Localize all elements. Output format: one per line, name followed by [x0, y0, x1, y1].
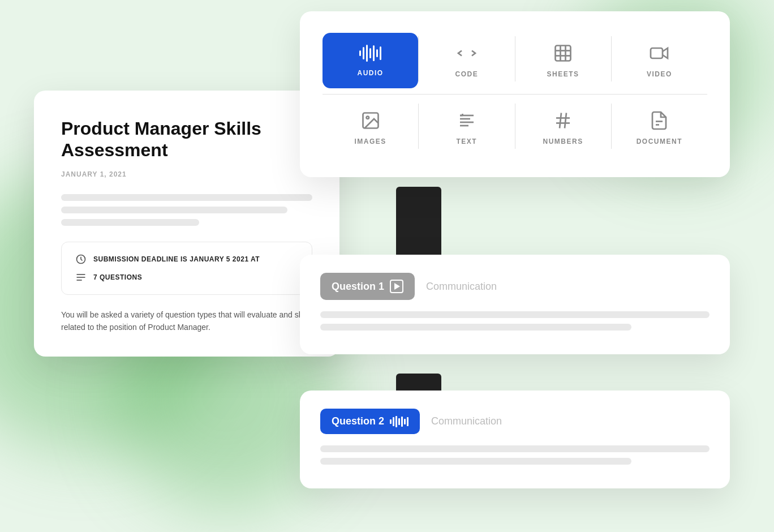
q2-skeleton-1: [320, 445, 710, 452]
skeleton-2: [61, 207, 287, 213]
svg-point-11: [366, 117, 369, 119]
code-label: CODE: [455, 70, 479, 78]
question-2-header: Question 2 Communication: [320, 409, 710, 434]
images-label: IMAGES: [354, 138, 386, 145]
question-2-category: Communication: [431, 415, 502, 427]
deadline-text: SUBMISSION DEADLINE IS JANUARY 5 2021 AT: [93, 255, 260, 263]
text-label: TEXT: [457, 138, 478, 145]
audio-bars-icon: [390, 416, 408, 427]
sheets-icon: [553, 43, 573, 63]
q1-skeleton-1: [320, 311, 710, 318]
play-triangle: [394, 283, 400, 290]
video-label: VIDEO: [647, 70, 672, 78]
media-sheets[interactable]: SHEETS: [515, 32, 611, 89]
clock-icon: [75, 254, 87, 265]
media-row-1: AUDIO CODE SHEETS: [322, 32, 707, 89]
media-audio[interactable]: AUDIO: [322, 33, 418, 88]
list-icon: [75, 272, 87, 283]
svg-rect-9: [651, 48, 663, 58]
question-2-label: Question 2: [332, 415, 384, 427]
question-1-label: Question 1: [332, 281, 384, 293]
document-icon: [649, 110, 669, 131]
deadline-row: SUBMISSION DEADLINE IS JANUARY 5 2021 AT: [75, 254, 298, 265]
audio-label: AUDIO: [358, 69, 384, 77]
info-box: SUBMISSION DEADLINE IS JANUARY 5 2021 AT…: [61, 242, 312, 295]
question-2-card: Question 2 Communication: [300, 391, 730, 488]
svg-rect-4: [556, 46, 571, 61]
questions-row: 7 QUESTIONS: [75, 272, 298, 283]
text-icon: [457, 110, 477, 131]
row-divider: [322, 94, 707, 95]
media-video[interactable]: VIDEO: [612, 32, 707, 89]
question-1-category: Communication: [426, 281, 497, 293]
video-play-icon: [390, 280, 403, 293]
assessment-date: JANUARY 1, 2021: [61, 170, 312, 178]
code-icon: [457, 43, 477, 63]
media-images[interactable]: IMAGES: [322, 99, 418, 157]
media-row-2: IMAGES TEXT NUMBERS: [322, 99, 707, 157]
question-1-header: Question 1 Communication: [320, 273, 710, 300]
q1-skeleton-2: [320, 324, 631, 331]
numbers-icon: [553, 110, 573, 131]
document-label: DOCUMENT: [637, 138, 682, 145]
question-2-badge: Question 2: [320, 409, 420, 434]
q2-skeleton-2: [320, 458, 631, 465]
image-icon: [360, 110, 381, 131]
media-text[interactable]: TEXT: [419, 99, 514, 157]
skeleton-3: [61, 219, 199, 226]
video-icon: [649, 43, 669, 63]
svg-line-21: [565, 113, 566, 128]
audio-waveform-icon: [359, 44, 381, 62]
media-code[interactable]: CODE: [419, 32, 514, 89]
questions-text: 7 QUESTIONS: [93, 273, 142, 281]
svg-line-20: [560, 113, 561, 128]
media-document[interactable]: DOCUMENT: [612, 99, 707, 157]
skeleton-1: [61, 194, 312, 201]
media-numbers[interactable]: NUMBERS: [515, 99, 611, 157]
assessment-card: Product Manager Skills Assessment JANUAR…: [34, 91, 339, 357]
media-picker-card: AUDIO CODE SHEETS: [300, 11, 730, 177]
numbers-label: NUMBERS: [543, 138, 583, 145]
assessment-title: Product Manager Skills Assessment: [61, 118, 312, 161]
sheets-label: SHEETS: [547, 70, 579, 78]
question-1-card: Question 1 Communication: [300, 255, 730, 354]
question-1-badge: Question 1: [320, 273, 415, 300]
assessment-description: You will be asked a variety of question …: [61, 308, 312, 334]
